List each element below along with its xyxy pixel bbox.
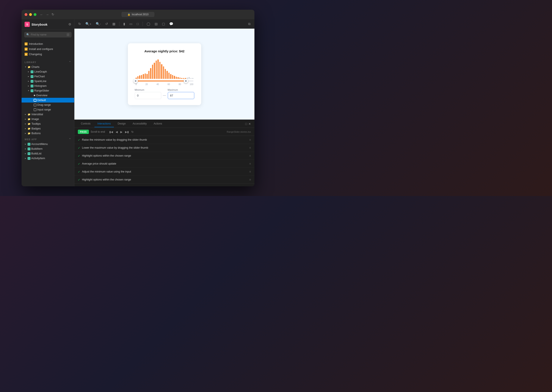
- sidebar: S Storybook ⚙ 🔍 / ■ Introduction ■ Insta…: [22, 19, 74, 186]
- component-icon: +: [31, 85, 33, 87]
- tooltips-label: Tooltips: [31, 122, 41, 125]
- webapp-collapse-icon[interactable]: ⌃: [69, 138, 71, 141]
- library-section-label: LIBRARY ⌃: [22, 59, 74, 65]
- tree-item-buildlist[interactable]: ► + BuildList: [22, 151, 74, 156]
- back-button[interactable]: ←: [40, 13, 43, 16]
- tab-actions[interactable]: Actions: [151, 120, 165, 127]
- sidebar-item-install[interactable]: ■ Install and configure: [22, 47, 74, 52]
- mobile-view-icon[interactable]: ▮: [122, 21, 126, 27]
- tree-item-piechart[interactable]: ► + PieChart: [22, 74, 74, 79]
- replay-button[interactable]: ↻: [130, 130, 135, 134]
- divider: [143, 22, 143, 26]
- tree-item-linegraph[interactable]: ► + LineGraph: [22, 69, 74, 74]
- tree-item-overview[interactable]: ■ Overview: [22, 93, 74, 98]
- scroll-to-end-button[interactable]: Scroll to end: [91, 130, 105, 133]
- expand-panel-icon[interactable]: □: [245, 122, 247, 126]
- library-collapse-icon[interactable]: ⌃: [69, 61, 71, 64]
- jump-to-end-button[interactable]: ▶▮: [124, 130, 129, 134]
- test-menu-icon[interactable]: ≡: [249, 138, 251, 141]
- linegraph-label: LineGraph: [34, 70, 47, 73]
- search-box[interactable]: 🔍 /: [24, 32, 72, 37]
- test-menu-icon[interactable]: ≡: [249, 162, 251, 165]
- doc-icon: ■: [34, 94, 35, 97]
- storybook-logo-text: Storybook: [31, 23, 47, 26]
- tree-item-accountmenu[interactable]: ► + AccountMenu: [22, 142, 74, 147]
- test-item: ✓ Adjust the minimum value using the inp…: [74, 168, 254, 176]
- check-icon: ✓: [78, 178, 80, 181]
- forward-button[interactable]: →: [46, 13, 49, 16]
- tree-item-input-range[interactable]: Input range: [22, 107, 74, 112]
- min-input[interactable]: [135, 92, 161, 99]
- url-bar[interactable]: 🔒 localhost:3010: [122, 12, 154, 17]
- tab-interactions[interactable]: Interactions: [94, 120, 114, 127]
- sidebar-item-introduction[interactable]: ■ Introduction: [22, 41, 74, 47]
- tree-item-interstitial[interactable]: ► 📁 Interstitial: [22, 112, 74, 117]
- slider-thumb-left[interactable]: [134, 79, 138, 83]
- expand-icon: ►: [25, 123, 27, 125]
- test-left: ✓ Lower the maximum value by dragging th…: [78, 146, 148, 149]
- nav-label-changelog: Changelog: [29, 53, 42, 56]
- histogram-bar: [179, 77, 180, 79]
- test-text: Average price should update: [82, 162, 116, 165]
- minimize-button[interactable]: [29, 13, 32, 16]
- histogram-area: [135, 57, 194, 79]
- tree-item-histogram[interactable]: ► + Histogram: [22, 84, 74, 88]
- test-item: ✓ Highlight options within the chosen ra…: [74, 176, 254, 184]
- tree-item-drag-range[interactable]: Drag range: [22, 103, 74, 107]
- accessibility-icon[interactable]: ◯: [145, 21, 151, 27]
- step-back-button[interactable]: ◀: [115, 130, 119, 134]
- test-left: ✓ Raise the minimum value by dragging th…: [78, 138, 147, 141]
- test-menu-icon[interactable]: ≡: [249, 154, 251, 157]
- histogram-bar: [163, 66, 164, 79]
- external-link-icon[interactable]: ⧉: [247, 21, 252, 27]
- tablet-view-icon[interactable]: ▭: [128, 21, 134, 27]
- image-label: Image: [31, 118, 39, 121]
- maximize-button[interactable]: [34, 13, 36, 16]
- zoom-in-icon[interactable]: 🔍+: [84, 21, 93, 27]
- tree-item-buttons[interactable]: ► 📁 Buttons: [22, 131, 74, 136]
- slider-thumb-right[interactable]: [184, 79, 188, 83]
- max-input[interactable]: [168, 92, 194, 99]
- doc-icon: ■: [25, 48, 28, 51]
- expand-icon: ►: [28, 71, 30, 73]
- histogram-bar: [192, 78, 193, 79]
- tab-controls[interactable]: Controls: [78, 120, 93, 127]
- reload-button[interactable]: ↻: [51, 13, 54, 16]
- tree-item-tooltips[interactable]: ► 📁 Tooltips: [22, 121, 74, 126]
- step-forward-button[interactable]: ▶: [119, 130, 123, 134]
- reload-icon[interactable]: ↻: [77, 21, 82, 27]
- test-menu-icon[interactable]: ≡: [249, 146, 251, 149]
- fullscreen-icon[interactable]: □: [136, 21, 140, 27]
- sparkline-label: SparkLine: [34, 80, 46, 83]
- grid-icon[interactable]: ▦: [111, 21, 117, 27]
- comment-icon[interactable]: 💬: [168, 21, 175, 27]
- settings-icon[interactable]: ⚙: [68, 22, 71, 26]
- tree-item-builditem[interactable]: ► + BuildItem: [22, 147, 74, 151]
- zoom-reset-icon[interactable]: ↺: [104, 21, 109, 27]
- tree-item-badges[interactable]: ► 📁 Badges: [22, 126, 74, 131]
- zoom-out-icon[interactable]: 🔍-: [94, 21, 102, 27]
- tab-design[interactable]: Design: [115, 120, 129, 127]
- tree-item-sparkline[interactable]: ► + SparkLine: [22, 79, 74, 84]
- test-menu-icon[interactable]: ≡: [249, 178, 251, 181]
- panel-tabs: Controls Interactions Design Accessibili…: [74, 120, 254, 128]
- expand-icon: ►: [25, 153, 27, 155]
- tree-item-activityitem[interactable]: ► + ActivityItem: [22, 156, 74, 161]
- search-input[interactable]: [31, 33, 65, 36]
- close-panel-icon[interactable]: ✕: [248, 122, 251, 126]
- tree-item-default[interactable]: Default: [22, 98, 74, 103]
- sidebar-item-changelog[interactable]: ■ Changelog: [22, 52, 74, 57]
- rangeslider-label: RangeSlider: [34, 89, 49, 92]
- jump-to-start-button[interactable]: ▮◀: [108, 130, 114, 134]
- measure-icon[interactable]: ▤: [153, 21, 159, 27]
- tree-item-image[interactable]: ► 📁 Image: [22, 117, 74, 121]
- folder-icon: 📁: [28, 127, 31, 130]
- histogram-bar: [145, 73, 146, 79]
- tree-item-charts[interactable]: ▼ 📁 Charts: [22, 65, 74, 69]
- close-button[interactable]: [25, 13, 27, 16]
- tab-accessibility[interactable]: Accessibility: [129, 120, 150, 127]
- test-menu-icon[interactable]: ≡: [249, 170, 251, 173]
- outline-icon[interactable]: ▢: [161, 21, 166, 27]
- tree-item-rangeslider[interactable]: ▼ + RangeSlider: [22, 88, 74, 93]
- histogram-bar: [152, 65, 153, 79]
